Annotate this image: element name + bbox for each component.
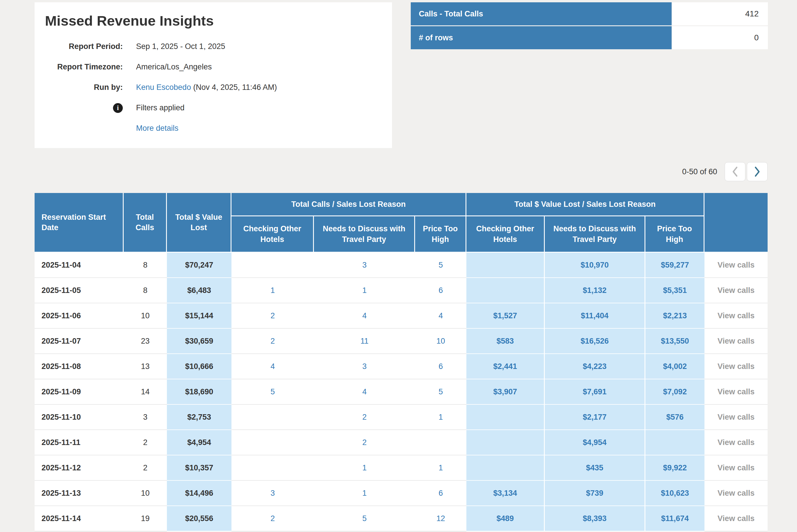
pagination-range: 0-50 of 60 bbox=[682, 167, 717, 176]
prev-page-button[interactable] bbox=[725, 162, 745, 181]
calls-count-link[interactable]: 6 bbox=[439, 489, 443, 497]
filters-row: i Filters applied bbox=[45, 98, 392, 118]
value-price-too-high-cell: $2,213 bbox=[645, 303, 704, 329]
view-calls-button[interactable]: View calls bbox=[718, 261, 755, 269]
view-calls-button[interactable]: View calls bbox=[718, 286, 755, 294]
calls-count-link[interactable]: 2 bbox=[271, 337, 275, 345]
value-lost-link[interactable]: $4,002 bbox=[663, 362, 687, 371]
calls-count-link[interactable]: 1 bbox=[362, 489, 367, 497]
value-lost-link[interactable]: $739 bbox=[586, 489, 603, 497]
more-details-link[interactable]: More details bbox=[136, 124, 179, 133]
calls-price-too-high-cell: 6 bbox=[415, 481, 466, 506]
view-calls-button[interactable]: View calls bbox=[718, 489, 755, 497]
value-lost-link[interactable]: $8,393 bbox=[583, 514, 607, 523]
actions-cell: View calls bbox=[704, 329, 767, 354]
pagination: 0-50 of 60 bbox=[35, 162, 767, 181]
calls-count-link[interactable]: 2 bbox=[271, 311, 275, 320]
value-lost-link[interactable]: $1,132 bbox=[583, 286, 607, 294]
value-lost-link[interactable]: $11,674 bbox=[661, 514, 689, 523]
value-lost-link[interactable]: $435 bbox=[586, 463, 603, 472]
calls-count-link[interactable]: 2 bbox=[362, 438, 367, 447]
calls-needs-discuss-cell: 4 bbox=[314, 303, 415, 329]
view-calls-button[interactable]: View calls bbox=[718, 387, 755, 396]
value-lost-link[interactable]: $576 bbox=[666, 413, 683, 421]
view-calls-button[interactable]: View calls bbox=[718, 362, 755, 371]
view-calls-button[interactable]: View calls bbox=[718, 463, 755, 472]
report-period-value: Sep 1, 2025 - Oct 1, 2025 bbox=[136, 42, 225, 51]
subcol-calls-price-too-high: Price Too High bbox=[415, 216, 466, 253]
view-calls-button[interactable]: View calls bbox=[718, 413, 755, 421]
calls-count-link[interactable]: 2 bbox=[271, 514, 275, 523]
summary-value-total-calls: 412 bbox=[672, 2, 768, 25]
subcol-value-price-too-high: Price Too High bbox=[645, 216, 704, 253]
calls-count-link[interactable]: 4 bbox=[271, 362, 275, 371]
calls-checking-other-hotels-cell: 2 bbox=[231, 506, 314, 531]
chevron-left-icon bbox=[731, 166, 739, 177]
reservation-date-cell: 2025-11-11 bbox=[35, 430, 124, 455]
calls-count-link[interactable]: 4 bbox=[362, 387, 367, 396]
value-lost-link[interactable]: $16,526 bbox=[580, 337, 609, 345]
run-by-user-link[interactable]: Kenu Escobedo bbox=[136, 83, 191, 92]
value-lost-link[interactable]: $7,691 bbox=[583, 387, 607, 396]
value-lost-link[interactable]: $11,404 bbox=[581, 311, 609, 320]
view-calls-button[interactable]: View calls bbox=[718, 514, 755, 523]
value-lost-link[interactable]: $3,907 bbox=[493, 387, 517, 396]
value-lost-link[interactable]: $9,922 bbox=[663, 463, 687, 472]
value-lost-link[interactable]: $4,954 bbox=[583, 438, 607, 447]
view-calls-button[interactable]: View calls bbox=[718, 438, 755, 447]
calls-count-link[interactable]: 4 bbox=[362, 311, 367, 320]
value-lost-link[interactable]: $2,177 bbox=[583, 413, 607, 421]
value-price-too-high-cell: $11,674 bbox=[645, 506, 704, 531]
value-price-too-high-cell: $10,623 bbox=[645, 481, 704, 506]
calls-needs-discuss-cell: 3 bbox=[314, 354, 415, 379]
value-lost-link[interactable]: $1,527 bbox=[493, 311, 517, 320]
value-lost-link[interactable]: $2,213 bbox=[663, 311, 687, 320]
calls-count-link[interactable]: 1 bbox=[439, 463, 443, 472]
calls-count-link[interactable]: 5 bbox=[439, 387, 443, 396]
calls-count-link[interactable]: 11 bbox=[360, 337, 368, 345]
value-lost-link[interactable]: $583 bbox=[496, 337, 514, 345]
total-calls-cell: 2 bbox=[124, 430, 167, 455]
total-value-lost-cell: $2,753 bbox=[167, 405, 231, 430]
calls-count-link[interactable]: 2 bbox=[362, 413, 367, 421]
reservation-date-cell: 2025-11-12 bbox=[35, 455, 124, 481]
calls-count-link[interactable]: 5 bbox=[362, 514, 367, 523]
calls-count-link[interactable]: 6 bbox=[439, 286, 443, 294]
calls-count-link[interactable]: 3 bbox=[362, 362, 367, 371]
value-lost-link[interactable]: $489 bbox=[496, 514, 514, 523]
calls-count-link[interactable]: 1 bbox=[362, 463, 367, 472]
value-price-too-high-cell: $5,351 bbox=[645, 278, 704, 303]
info-icon[interactable]: i bbox=[113, 103, 123, 113]
view-calls-button[interactable]: View calls bbox=[718, 311, 755, 320]
calls-count-link[interactable]: 5 bbox=[271, 387, 275, 396]
view-calls-button[interactable]: View calls bbox=[718, 337, 755, 345]
subcol-value-needs-discuss: Needs to Discuss with Travel Party bbox=[545, 216, 645, 253]
calls-count-link[interactable]: 6 bbox=[439, 362, 443, 371]
value-lost-link[interactable]: $10,970 bbox=[580, 261, 609, 269]
value-lost-link[interactable]: $59,277 bbox=[661, 261, 689, 269]
report-timezone-label: Report Timezone: bbox=[45, 62, 123, 72]
calls-count-link[interactable]: 5 bbox=[439, 261, 443, 269]
table-row: 2025-11-0914$18,690545$3,907$7,691$7,092… bbox=[35, 379, 767, 405]
value-lost-link[interactable]: $2,441 bbox=[493, 362, 517, 371]
calls-count-link[interactable]: 1 bbox=[439, 413, 443, 421]
calls-count-link[interactable]: 3 bbox=[271, 489, 275, 497]
actions-cell: View calls bbox=[704, 405, 767, 430]
value-lost-link[interactable]: $3,134 bbox=[493, 489, 517, 497]
calls-needs-discuss-cell: 1 bbox=[314, 455, 415, 481]
calls-count-link[interactable]: 4 bbox=[439, 311, 443, 320]
value-lost-link[interactable]: $4,223 bbox=[583, 362, 607, 371]
next-page-button[interactable] bbox=[747, 162, 767, 181]
value-lost-link[interactable]: $13,550 bbox=[661, 337, 689, 345]
value-lost-link[interactable]: $5,351 bbox=[663, 286, 687, 294]
calls-needs-discuss-cell: 4 bbox=[314, 379, 415, 405]
value-lost-link[interactable]: $7,092 bbox=[663, 387, 687, 396]
calls-count-link[interactable]: 1 bbox=[271, 286, 275, 294]
calls-needs-discuss-cell: 5 bbox=[314, 506, 415, 531]
calls-count-link[interactable]: 12 bbox=[437, 514, 445, 523]
calls-count-link[interactable]: 1 bbox=[362, 286, 367, 294]
value-lost-link[interactable]: $10,623 bbox=[661, 489, 689, 497]
calls-count-link[interactable]: 10 bbox=[437, 337, 445, 345]
calls-count-link[interactable]: 3 bbox=[362, 261, 367, 269]
actions-cell: View calls bbox=[704, 354, 767, 379]
